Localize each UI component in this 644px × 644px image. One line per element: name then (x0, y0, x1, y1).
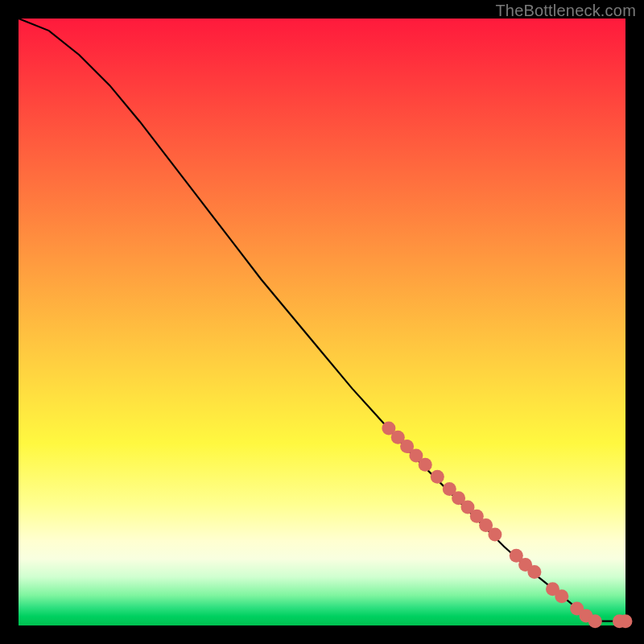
data-marker (419, 458, 432, 472)
watermark-label: TheBottleneck.com (495, 2, 636, 20)
data-marker (555, 589, 568, 603)
data-marker (588, 614, 602, 628)
marker-group (382, 421, 632, 628)
data-marker (619, 614, 633, 628)
data-marker (488, 527, 502, 541)
data-marker (527, 565, 541, 579)
chart-plot (19, 19, 625, 625)
data-marker (431, 470, 444, 484)
curve-line (19, 19, 625, 621)
